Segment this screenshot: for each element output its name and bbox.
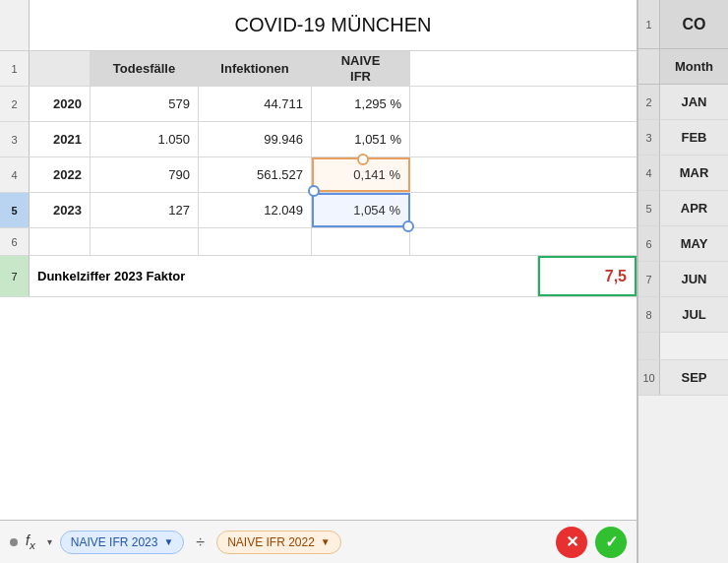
header-naive-ifr-line1: NAIVE (341, 53, 381, 69)
infektionen-2022: 561.527 (199, 157, 312, 192)
sidebar-truncated (638, 333, 728, 360)
formula-confirm-button[interactable]: ✓ (595, 527, 627, 558)
formula-pill-naive-ifr-2023[interactable]: NAIVE IFR 2023 ▼ (60, 531, 185, 554)
right-sidebar: 1 CO Month 2 JAN 3 FEB 4 MAR 5 APR (637, 0, 728, 563)
sidebar-month-jan[interactable]: JAN (660, 85, 728, 119)
header-row: 1 Todesfälle Infektionen NAIVE IFR (0, 51, 637, 87)
row-num-5: 5 (0, 193, 30, 227)
pill1-chevron: ▼ (163, 536, 173, 547)
infektionen-2023: 12.049 (199, 193, 312, 227)
sidebar-month-apr[interactable]: APR (660, 191, 728, 225)
todesfaelle-2023: 127 (91, 193, 199, 227)
empty-row-6: 6 (0, 228, 637, 256)
sidebar-month-mar[interactable]: MAR (660, 156, 728, 190)
orange-connector-top (357, 154, 369, 165)
year-2020: 2020 (30, 87, 91, 121)
naive-ifr-2023[interactable]: 1,054 % (312, 193, 410, 227)
dunkelziffer-value-text: 7,5 (605, 268, 627, 285)
formula-cancel-button[interactable]: ✕ (556, 527, 587, 558)
todesfaelle-2022: 790 (91, 157, 199, 192)
sidebar-co-header: CO (660, 0, 728, 48)
naive-ifr-2020: 1,295 % (312, 87, 410, 121)
sidebar-row-apr: 5 APR (638, 191, 728, 226)
sidebar-row-jan: 2 JAN (638, 85, 728, 120)
naive-ifr-2022-value: 0,141 % (353, 167, 400, 182)
empty-infektionen-6 (199, 228, 312, 255)
data-row-2021: 3 2021 1.050 99.946 1,051 % (0, 122, 637, 157)
dunkelziffer-row: 7 Dunkelziffer 2023 Faktor 7,5 (0, 256, 637, 297)
formula-fx-label: fx (26, 532, 35, 551)
sidebar-row-sep: 10 SEP (638, 360, 728, 396)
pill2-chevron: ▼ (321, 536, 331, 547)
sidebar-month-jul[interactable]: JUL (660, 297, 728, 332)
naive-ifr-2023-value: 1,054 % (353, 203, 400, 218)
data-row-2020: 2 2020 579 44.711 1,295 % (0, 87, 637, 122)
todesfaelle-2021: 1.050 (91, 122, 199, 156)
year-2021: 2021 (30, 122, 91, 156)
row-num-3: 3 (0, 122, 30, 156)
sidebar-row-mar: 4 MAR (638, 156, 728, 191)
sidebar-month-jun[interactable]: JUN (660, 262, 728, 296)
sidebar-month-sep[interactable]: SEP (660, 360, 728, 395)
naive-ifr-2022[interactable]: 0,141 % (312, 157, 410, 192)
title-row: COVID-19 MÜNCHEN (0, 0, 637, 51)
formula-dot (10, 538, 18, 546)
sidebar-row-num-header: 1 (638, 0, 660, 48)
pill1-label: NAIVE IFR 2023 (71, 535, 158, 549)
naive-ifr-2021: 1,051 % (312, 122, 410, 156)
row-num-1: 1 (0, 51, 30, 86)
empty-naive-6 (312, 228, 410, 255)
row-num-6: 6 (0, 228, 30, 255)
blue-connector-bottom-left (308, 185, 320, 197)
infektionen-2020: 44.711 (199, 87, 312, 121)
header-todesfaelle: Todesfälle (91, 51, 199, 86)
pill2-label: NAIVE IFR 2022 (227, 535, 315, 549)
header-infektionen: Infektionen (199, 51, 312, 86)
sidebar-row-may: 6 MAY (638, 226, 728, 262)
todesfaelle-2020: 579 (91, 87, 199, 121)
formula-divider: ÷ (196, 533, 205, 551)
sidebar-row-jul: 8 JUL (638, 297, 728, 333)
formula-pill-naive-ifr-2022[interactable]: NAIVE IFR 2022 ▼ (216, 531, 341, 554)
formula-actions: ✕ ✓ (556, 527, 627, 558)
row-num-2: 2 (0, 87, 30, 121)
dunkelziffer-label-text: Dunkelziffer 2023 Faktor (37, 269, 185, 283)
sidebar-month-feb[interactable]: FEB (660, 120, 728, 155)
header-year-cell (30, 51, 91, 86)
data-row-2022: 4 2022 790 561.527 0,141 % (0, 157, 637, 193)
sidebar-month-may[interactable]: MAY (660, 226, 728, 261)
main-spreadsheet: COVID-19 MÜNCHEN 1 Todesfälle Infektione… (0, 0, 637, 563)
dunkelziffer-label: Dunkelziffer 2023 Faktor (30, 256, 538, 296)
empty-todesfaelle-6 (91, 228, 199, 255)
row-num-7: 7 (0, 256, 30, 296)
spreadsheet-table: 1 Todesfälle Infektionen NAIVE IFR 2 202… (0, 51, 637, 520)
dunkelziffer-value[interactable]: 7,5 (538, 256, 637, 296)
sidebar-row-jun: 7 JUN (638, 262, 728, 297)
header-naive-ifr-line2: IFR (350, 69, 371, 85)
sidebar-row-num-month-header (638, 49, 660, 84)
header-naive-ifr: NAIVE IFR (312, 51, 410, 86)
sidebar-month-header: Month (660, 49, 728, 84)
infektionen-2021: 99.946 (199, 122, 312, 156)
row-num-4: 4 (0, 157, 30, 192)
empty-year-6 (30, 228, 91, 255)
sidebar-ellipsis (660, 333, 728, 359)
year-2022: 2022 (30, 157, 91, 192)
year-2023: 2023 (30, 193, 91, 227)
title-row-number (0, 0, 30, 50)
blue-connector-bottom-right (402, 220, 414, 232)
data-row-2023: 5 2023 127 12.049 1,054 % (0, 193, 637, 228)
sheet-title: COVID-19 MÜNCHEN (30, 0, 637, 50)
formula-chevron[interactable]: ▾ (47, 536, 52, 547)
sidebar-row-feb: 3 FEB (638, 120, 728, 156)
formula-bar: fx ▾ NAIVE IFR 2023 ▼ ÷ NAIVE IFR 2022 ▼… (0, 520, 637, 563)
